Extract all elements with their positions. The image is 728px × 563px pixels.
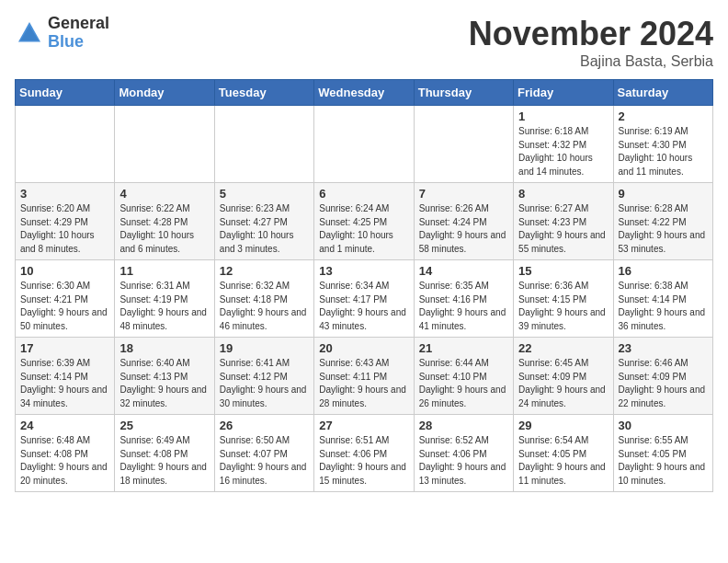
day-info: Sunrise: 6:30 AM Sunset: 4:21 PM Dayligh… bbox=[20, 280, 109, 333]
day-number: 23 bbox=[619, 341, 708, 355]
day-info: Sunrise: 6:27 AM Sunset: 4:23 PM Dayligh… bbox=[518, 202, 608, 256]
calendar-cell: 18Sunrise: 6:40 AM Sunset: 4:13 PM Dayli… bbox=[115, 338, 214, 415]
logo-blue-text: Blue bbox=[48, 33, 109, 52]
day-number: 7 bbox=[419, 187, 508, 201]
day-info: Sunrise: 6:46 AM Sunset: 4:09 PM Dayligh… bbox=[619, 357, 708, 410]
day-number: 17 bbox=[20, 341, 109, 355]
calendar-cell: 24Sunrise: 6:48 AM Sunset: 4:08 PM Dayli… bbox=[16, 415, 115, 492]
calendar-cell: 10Sunrise: 6:30 AM Sunset: 4:21 PM Dayli… bbox=[16, 260, 115, 338]
day-info: Sunrise: 6:52 AM Sunset: 4:06 PM Dayligh… bbox=[419, 434, 508, 488]
day-number: 2 bbox=[619, 109, 708, 123]
calendar-cell: 16Sunrise: 6:38 AM Sunset: 4:14 PM Dayli… bbox=[613, 260, 712, 338]
day-number: 5 bbox=[220, 187, 309, 201]
calendar-cell: 29Sunrise: 6:54 AM Sunset: 4:05 PM Dayli… bbox=[514, 415, 613, 492]
weekday-header-saturday: Saturday bbox=[613, 80, 712, 106]
calendar-cell: 26Sunrise: 6:50 AM Sunset: 4:07 PM Dayli… bbox=[214, 415, 313, 492]
day-info: Sunrise: 6:48 AM Sunset: 4:08 PM Dayligh… bbox=[20, 434, 109, 488]
day-number: 28 bbox=[419, 419, 508, 432]
day-info: Sunrise: 6:28 AM Sunset: 4:22 PM Dayligh… bbox=[619, 202, 708, 256]
day-number: 11 bbox=[119, 264, 209, 278]
day-number: 30 bbox=[619, 419, 708, 432]
day-number: 15 bbox=[518, 264, 608, 278]
day-info: Sunrise: 6:55 AM Sunset: 4:05 PM Dayligh… bbox=[619, 434, 708, 488]
day-number: 3 bbox=[20, 187, 109, 201]
day-info: Sunrise: 6:18 AM Sunset: 4:32 PM Dayligh… bbox=[518, 125, 608, 178]
calendar-cell: 4Sunrise: 6:22 AM Sunset: 4:28 PM Daylig… bbox=[115, 183, 214, 260]
weekday-header-friday: Friday bbox=[514, 80, 613, 106]
day-number: 27 bbox=[319, 419, 408, 432]
calendar-cell bbox=[16, 106, 115, 183]
day-number: 16 bbox=[619, 264, 708, 278]
day-number: 8 bbox=[518, 187, 608, 201]
day-info: Sunrise: 6:54 AM Sunset: 4:05 PM Dayligh… bbox=[518, 434, 608, 488]
title-block: November 2024 Bajina Basta, Serbia bbox=[469, 15, 713, 70]
day-info: Sunrise: 6:36 AM Sunset: 4:15 PM Dayligh… bbox=[518, 280, 608, 333]
calendar-cell: 12Sunrise: 6:32 AM Sunset: 4:18 PM Dayli… bbox=[214, 260, 313, 338]
day-info: Sunrise: 6:19 AM Sunset: 4:30 PM Dayligh… bbox=[619, 125, 708, 178]
calendar-cell: 17Sunrise: 6:39 AM Sunset: 4:14 PM Dayli… bbox=[16, 338, 115, 415]
calendar-cell: 5Sunrise: 6:23 AM Sunset: 4:27 PM Daylig… bbox=[214, 183, 313, 260]
calendar-cell: 28Sunrise: 6:52 AM Sunset: 4:06 PM Dayli… bbox=[414, 415, 513, 492]
weekday-header-thursday: Thursday bbox=[414, 80, 513, 106]
calendar-cell: 1Sunrise: 6:18 AM Sunset: 4:32 PM Daylig… bbox=[514, 106, 613, 183]
logo-general-text: General bbox=[48, 15, 109, 33]
day-info: Sunrise: 6:20 AM Sunset: 4:29 PM Dayligh… bbox=[20, 202, 109, 256]
calendar-cell: 23Sunrise: 6:46 AM Sunset: 4:09 PM Dayli… bbox=[613, 338, 712, 415]
day-info: Sunrise: 6:32 AM Sunset: 4:18 PM Dayligh… bbox=[220, 280, 309, 333]
calendar-cell: 20Sunrise: 6:43 AM Sunset: 4:11 PM Dayli… bbox=[314, 338, 414, 415]
page-header: General Blue November 2024 Bajina Basta,… bbox=[15, 15, 713, 70]
day-number: 21 bbox=[419, 341, 508, 355]
calendar-cell: 6Sunrise: 6:24 AM Sunset: 4:25 PM Daylig… bbox=[314, 183, 414, 260]
calendar-cell bbox=[214, 106, 313, 183]
day-number: 22 bbox=[518, 341, 608, 355]
calendar-cell: 21Sunrise: 6:44 AM Sunset: 4:10 PM Dayli… bbox=[414, 338, 513, 415]
calendar-cell: 25Sunrise: 6:49 AM Sunset: 4:08 PM Dayli… bbox=[115, 415, 214, 492]
calendar-cell: 13Sunrise: 6:34 AM Sunset: 4:17 PM Dayli… bbox=[314, 260, 414, 338]
day-info: Sunrise: 6:26 AM Sunset: 4:24 PM Dayligh… bbox=[419, 202, 508, 256]
calendar-cell: 14Sunrise: 6:35 AM Sunset: 4:16 PM Dayli… bbox=[414, 260, 513, 338]
day-info: Sunrise: 6:44 AM Sunset: 4:10 PM Dayligh… bbox=[419, 357, 508, 410]
month-title: November 2024 bbox=[469, 15, 713, 53]
day-info: Sunrise: 6:50 AM Sunset: 4:07 PM Dayligh… bbox=[220, 434, 309, 488]
day-info: Sunrise: 6:41 AM Sunset: 4:12 PM Dayligh… bbox=[220, 357, 309, 410]
weekday-header-tuesday: Tuesday bbox=[214, 80, 313, 106]
day-number: 12 bbox=[220, 264, 309, 278]
day-info: Sunrise: 6:51 AM Sunset: 4:06 PM Dayligh… bbox=[319, 434, 408, 488]
calendar-cell: 9Sunrise: 6:28 AM Sunset: 4:22 PM Daylig… bbox=[613, 183, 712, 260]
weekday-header-row: SundayMondayTuesdayWednesdayThursdayFrid… bbox=[16, 80, 713, 106]
calendar-cell bbox=[414, 106, 513, 183]
day-info: Sunrise: 6:23 AM Sunset: 4:27 PM Dayligh… bbox=[220, 202, 309, 256]
weekday-header-monday: Monday bbox=[115, 80, 214, 106]
week-row-3: 10Sunrise: 6:30 AM Sunset: 4:21 PM Dayli… bbox=[16, 260, 713, 338]
day-number: 20 bbox=[319, 341, 408, 355]
day-info: Sunrise: 6:35 AM Sunset: 4:16 PM Dayligh… bbox=[419, 280, 508, 333]
day-number: 14 bbox=[419, 264, 508, 278]
calendar-cell: 3Sunrise: 6:20 AM Sunset: 4:29 PM Daylig… bbox=[16, 183, 115, 260]
day-info: Sunrise: 6:24 AM Sunset: 4:25 PM Dayligh… bbox=[319, 202, 408, 256]
day-number: 6 bbox=[319, 187, 408, 201]
weekday-header-sunday: Sunday bbox=[16, 80, 115, 106]
calendar-cell: 7Sunrise: 6:26 AM Sunset: 4:24 PM Daylig… bbox=[414, 183, 513, 260]
week-row-1: 1Sunrise: 6:18 AM Sunset: 4:32 PM Daylig… bbox=[16, 106, 713, 183]
svg-marker-1 bbox=[20, 26, 38, 40]
day-number: 26 bbox=[220, 419, 309, 432]
day-info: Sunrise: 6:39 AM Sunset: 4:14 PM Dayligh… bbox=[20, 357, 109, 410]
day-number: 18 bbox=[119, 341, 209, 355]
day-info: Sunrise: 6:40 AM Sunset: 4:13 PM Dayligh… bbox=[119, 357, 209, 410]
day-number: 10 bbox=[20, 264, 109, 278]
calendar-cell bbox=[115, 106, 214, 183]
calendar-cell: 30Sunrise: 6:55 AM Sunset: 4:05 PM Dayli… bbox=[613, 415, 712, 492]
day-number: 1 bbox=[518, 109, 608, 123]
day-info: Sunrise: 6:38 AM Sunset: 4:14 PM Dayligh… bbox=[619, 280, 708, 333]
logo-icon bbox=[15, 18, 44, 48]
week-row-2: 3Sunrise: 6:20 AM Sunset: 4:29 PM Daylig… bbox=[16, 183, 713, 260]
day-info: Sunrise: 6:43 AM Sunset: 4:11 PM Dayligh… bbox=[319, 357, 408, 410]
calendar-cell: 11Sunrise: 6:31 AM Sunset: 4:19 PM Dayli… bbox=[115, 260, 214, 338]
calendar-cell: 27Sunrise: 6:51 AM Sunset: 4:06 PM Dayli… bbox=[314, 415, 414, 492]
day-number: 25 bbox=[119, 419, 209, 432]
logo: General Blue bbox=[15, 15, 109, 52]
calendar-cell: 15Sunrise: 6:36 AM Sunset: 4:15 PM Dayli… bbox=[514, 260, 613, 338]
day-number: 9 bbox=[619, 187, 708, 201]
calendar-cell: 2Sunrise: 6:19 AM Sunset: 4:30 PM Daylig… bbox=[613, 106, 712, 183]
calendar-cell bbox=[314, 106, 414, 183]
